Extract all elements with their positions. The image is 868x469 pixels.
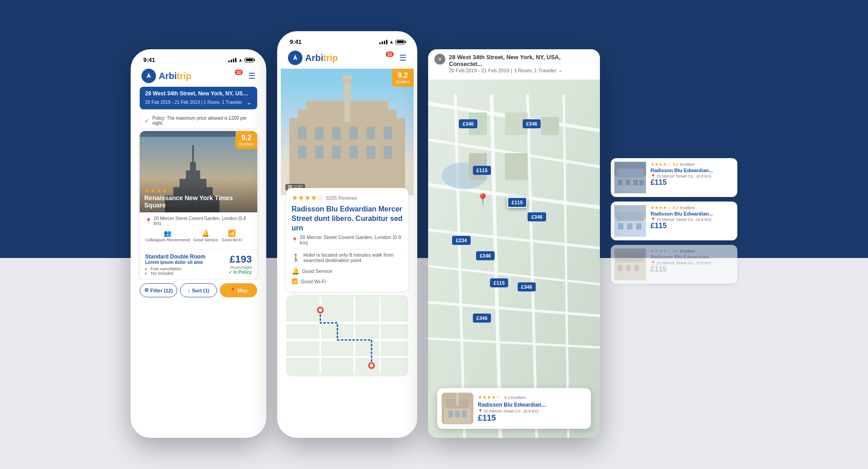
- map-hotel-details: ★★★★☆ 9.2 Ecellent Radisson Blu Edwardia…: [478, 393, 586, 424]
- feature-tax: Tax Included: [151, 271, 205, 276]
- result-rating-row-2: ★★★★☆ 9.2 Ecellent: [651, 205, 734, 210]
- map-chevron-icon[interactable]: ⌄: [558, 67, 562, 73]
- score-label-1: Ecellent: [239, 142, 254, 146]
- notification-badge-2[interactable]: 12: [386, 52, 394, 57]
- price-marker-5[interactable]: £234: [452, 236, 470, 245]
- wifi-detail-icon: 📶: [292, 278, 298, 284]
- colleagues-label: Colleagues Recommend: [145, 238, 190, 242]
- result-location-2: 20 Mercer Street Co...(0.8 km): [656, 217, 712, 222]
- price-amount-1: £193: [228, 253, 252, 265]
- map-hotel-img-svg: [442, 393, 473, 424]
- logo-1: Arbitrip: [142, 69, 191, 83]
- detail-location-text: 20 Mercer Street Covent Garden, London (…: [300, 234, 403, 245]
- map-dates-row: 20 Feb 2019 - 21 Feb 2019 | 1 Room, 1 Tr…: [449, 67, 594, 73]
- svg-rect-59: [455, 411, 460, 417]
- score-label-2: Ecellent: [396, 80, 410, 84]
- amenity-colleagues: 👥 Colleagues Recommend: [145, 230, 190, 242]
- svg-rect-26: [286, 297, 408, 374]
- result-rating-text-3: Ecellent: [680, 249, 695, 253]
- score-badge-2: 9.2 Ecellent: [392, 69, 414, 87]
- search-bar-1[interactable]: 28 West 34th Street, New York, NY, USA, …: [140, 87, 257, 109]
- walk-icon: 🚶: [292, 253, 301, 262]
- detail-location: 📍 20 Mercer Street Covent Garden, London…: [292, 234, 403, 245]
- signal-b2-2: [382, 42, 383, 44]
- price-marker-3[interactable]: £115: [473, 166, 491, 175]
- review-count: 5205 Reviews: [326, 195, 357, 201]
- menu-icon-1[interactable]: ☰: [248, 71, 255, 81]
- price-marker-1[interactable]: £346: [459, 119, 477, 128]
- svg-rect-61: [456, 393, 459, 406]
- result-loc-3: 📍 20 Mercer Street Co...(0.8 km): [651, 261, 734, 265]
- hotel-location-text-1: 20 Mercer Street Covent Garden, London (…: [154, 216, 252, 226]
- price-marker-10[interactable]: £346: [473, 314, 491, 323]
- score-number-1: 9.2: [239, 134, 254, 142]
- phone-detail-view: 9:41 ▲ Arbitrip: [277, 31, 417, 438]
- result-card-3[interactable]: ★★★★☆ 9.2 Ecellent Radisson Blu Edwardia…: [611, 245, 737, 284]
- price-marker-4[interactable]: £115: [507, 197, 527, 208]
- map-section-detail[interactable]: [286, 295, 408, 376]
- result-card-1[interactable]: ★★★★☆ 9.2 Ecellent Radisson Blu Edwardia…: [611, 158, 737, 197]
- signal-bar-3: [233, 59, 234, 62]
- svg-rect-73: [627, 223, 632, 230]
- result-card-2[interactable]: ★★★★☆ 9.2 Ecellent Radisson Blu Edwardia…: [611, 202, 737, 240]
- map-hotel-rating-row: ★★★★☆ 9.2 Ecellent: [478, 393, 586, 401]
- service-text: Good Service: [302, 268, 332, 274]
- hotel-card-1[interactable]: 9.2 Ecellent ★★★★☆ Renaissance New York …: [140, 131, 257, 279]
- svg-rect-23: [344, 80, 350, 122]
- app-header-2: Arbitrip 12 ☰: [281, 47, 414, 69]
- policy-text: Policy: The maximum price allowed is £20…: [152, 116, 253, 126]
- hotel-image-1: 9.2 Ecellent ★★★★☆ Renaissance New York …: [140, 131, 257, 212]
- map-icon: 📍: [230, 287, 236, 293]
- map-hotel-price: £115: [478, 413, 586, 423]
- room-section-1: Standard Double Room Lorem ipsum dolor s…: [140, 249, 257, 279]
- result-img-svg-2: [614, 205, 646, 237]
- map-button[interactable]: 📍 Map: [220, 283, 257, 297]
- map-view-screen: × 28 West 34th Street, New York, NY, USA…: [428, 49, 600, 438]
- result-location-3: 20 Mercer Street Co...(0.8 km): [656, 261, 712, 265]
- price-marker-2[interactable]: £346: [523, 119, 541, 128]
- price-marker-8[interactable]: £346: [518, 282, 536, 291]
- logo-icon-1: [142, 69, 156, 83]
- map-location-pin: 📍: [476, 193, 490, 206]
- price-section-1: Standard Double Room Lorem ipsum dolor s…: [145, 253, 252, 276]
- filter-button[interactable]: ⚙ Filter (12): [140, 283, 177, 297]
- svg-rect-67: [633, 180, 638, 185]
- price-marker-6[interactable]: £346: [528, 212, 546, 221]
- battery-fill: [246, 59, 253, 61]
- map-room-info: 1 Room, 1 Traveler: [514, 68, 557, 73]
- hotel-details-1: 📍 20 Mercer Street Covent Garden, London…: [140, 212, 257, 249]
- map-header-row: × 28 West 34th Street, New York, NY, USA…: [434, 54, 594, 73]
- app-header-1: Arbitrip 12 ☰: [134, 65, 263, 87]
- menu-icon-2[interactable]: ☰: [399, 53, 406, 63]
- map-dates: 20 Feb 2019 - 21 Feb 2019: [449, 68, 509, 73]
- svg-rect-16: [384, 127, 392, 139]
- svg-rect-79: [626, 265, 631, 271]
- notification-badge-1[interactable]: 12: [235, 70, 243, 75]
- chevron-down-icon-1[interactable]: ⌄: [246, 98, 252, 106]
- status-icons-1: ▲: [228, 57, 254, 62]
- hotel-detail-bg: [281, 69, 414, 195]
- map-hotel-loc-text: 20 Mercer Street Co...(0.8 km): [484, 409, 539, 413]
- wifi-text: Good Wi-Fi: [301, 279, 326, 284]
- result-score-2: 9.2: [673, 206, 679, 210]
- svg-rect-65: [618, 180, 623, 185]
- logo-text-1: Arbitrip: [159, 71, 191, 81]
- map-full[interactable]: × 28 West 34th Street, New York, NY, USA…: [428, 49, 600, 438]
- price-marker-9[interactable]: £115: [490, 278, 508, 287]
- result-name-1: Radisson Blu Edwardian...: [651, 168, 734, 173]
- header-icons-1: 12 ☰: [236, 71, 255, 81]
- policy-bar-1: ✓ Policy: The maximum price allowed is £…: [140, 113, 257, 128]
- hotel-stars-1: ★★★★☆: [144, 187, 253, 194]
- close-button[interactable]: ×: [434, 54, 445, 65]
- result-rating-text-2: Ecellent: [680, 206, 695, 210]
- result-loc-2: 📍 20 Mercer Street Co...(0.8 km): [651, 217, 734, 222]
- sort-button[interactable]: ↕ Sort (1): [180, 283, 217, 297]
- sort-label: Sort (1): [192, 288, 210, 293]
- map-hotel-card[interactable]: ★★★★☆ 9.2 Ecellent Radisson Blu Edwardia…: [437, 388, 591, 429]
- result-price-2: £115: [651, 222, 734, 230]
- service-info: 🔔 Good Service: [292, 266, 403, 277]
- svg-rect-68: [639, 180, 644, 185]
- price-marker-7[interactable]: £346: [476, 251, 494, 260]
- service-label: Good Service: [193, 238, 218, 242]
- signal-bar-1: [228, 61, 230, 62]
